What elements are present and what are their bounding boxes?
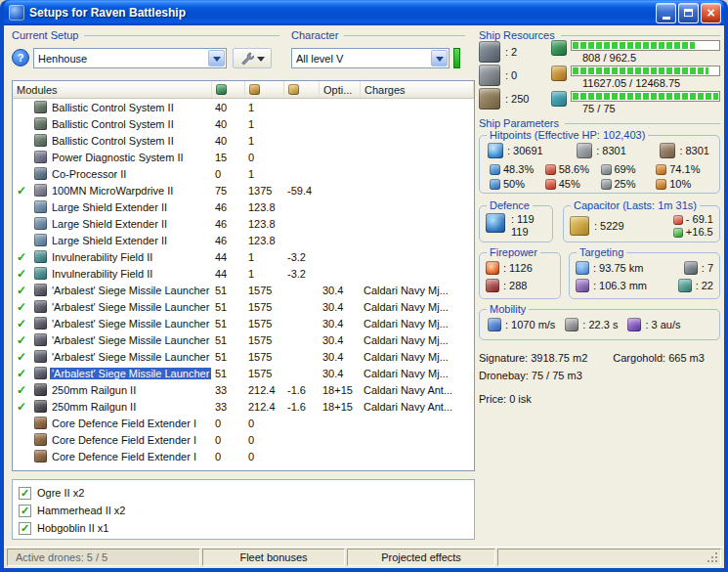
hull-hp: : 8301 [660,143,709,158]
resistances: 48.3% 58.6% 69% 74.1% 50% 45% 25% 10% [480,158,719,190]
help-button[interactable]: ? [12,49,29,66]
module-row[interactable]: ✓100MN MicroWarpdrive II751375-59.4 [13,182,474,198]
module-opti-value: 30.4 [320,365,361,381]
setup-combobox[interactable]: Henhouse [33,48,227,68]
combo-arrow-icon[interactable] [431,50,448,66]
resist-em-icon [490,164,500,175]
projected-effects-tab[interactable]: Projected effects [347,549,495,566]
hull-icon [660,143,675,158]
module-row[interactable]: Core Defence Field Extender I00 [13,431,474,448]
module-opti-value: 30.4 [320,331,361,348]
cpu-column-icon [216,84,227,95]
column-capacitor[interactable] [284,81,320,98]
module-charge-value [361,248,474,265]
capacitor-drain: - 69.1 [673,214,713,225]
combo-arrow-icon[interactable] [208,50,225,66]
drone-bandwidth-text: 75 / 75 [571,103,720,114]
module-check-placeholder [13,198,30,215]
app-icon [9,5,24,21]
drone-row[interactable]: ✓Hobgoblin II x1 [19,519,468,537]
module-row[interactable]: ✓Invulnerability Field II441-3.2 [13,248,474,265]
module-row[interactable]: ✓'Arbalest' Siege Missile Launcher511575… [13,365,474,381]
price-line: Price: 0 isk [479,393,532,405]
targeting-group: Targeting : 93.75 km : 7 : 106.3 mm : 22 [569,252,720,299]
module-row[interactable]: ✓'Arbalest' Siege Missile Launcher511575… [13,298,474,315]
defence-value-1: : 119 [511,213,535,226]
column-powergrid[interactable] [245,81,284,98]
module-row[interactable]: ✓250mm Railgun II33212.4-1.618+15Caldari… [13,381,474,398]
module-name: 'Arbalest' Siege Missile Launcher [50,331,212,348]
maximize-button[interactable] [678,3,699,23]
statusbar: Active drones: 5 / 5 Fleet bonuses Proje… [4,547,724,568]
modules-table: Modules Opti... Charges Ballistic Contro… [12,80,475,471]
microwarpdrive-icon [34,184,47,197]
capacitor-title: Capacitor (Lasts: 1m 31s) [571,199,700,211]
module-row[interactable]: Ballistic Control System II401 [13,99,474,115]
drone-row[interactable]: ✓Ogre II x2 [19,484,468,502]
drone-checkbox[interactable]: ✓ [19,522,31,535]
drone-row[interactable]: ✓Hammerhead II x2 [19,502,468,519]
module-row[interactable]: Core Defence Field Extender I00 [13,448,474,464]
hitpoints-group: Hitpoints (Effective HP: 102,403) : 3069… [479,135,720,194]
invulnerability-field-icon [34,250,47,263]
module-row[interactable]: Ballistic Control System II401 [13,115,474,132]
resize-grip[interactable] [715,560,717,562]
fleet-bonuses-tab[interactable]: Fleet bonuses [202,549,345,566]
rig-icon [34,450,47,462]
module-cap-value [284,232,320,248]
minimize-button[interactable] [656,3,676,23]
module-row[interactable]: Power Diagnostic System II150 [13,149,474,165]
module-row[interactable]: ✓'Arbalest' Siege Missile Launcher511575… [13,315,474,331]
shield-em-value: 48.3% [503,163,534,175]
module-name: Invulnerability Field II [50,265,212,282]
module-row[interactable]: ✓'Arbalest' Siege Missile Launcher511575… [13,282,474,298]
module-row[interactable]: ✓'Arbalest' Siege Missile Launcher511575… [13,331,474,348]
column-optimal[interactable]: Opti... [320,81,361,98]
scan-resolution-value: : 106.3 mm [593,280,647,291]
module-opti-value [320,165,361,182]
titlebar[interactable]: Setups for Raven Battleship × [4,0,724,25]
cpu-resource: 808 / 962.5 [551,40,720,64]
module-check-placeholder [13,165,30,182]
ship-parameters-header: Ship Parameters [479,117,720,129]
module-row[interactable]: Co-Processor II01 [13,165,474,182]
module-cap-value: -59.4 [284,182,320,198]
module-cpu-value: 15 [212,149,245,165]
drones-panel: ✓Ogre II x2✓Hammerhead II x2✓Hobgoblin I… [12,479,475,540]
module-cap-value [284,365,320,381]
speed-icon [488,318,501,331]
module-cap-value [284,431,320,448]
module-name: Large Shield Extender II [50,198,212,215]
column-modules[interactable]: Modules [13,81,212,98]
defence-title: Defence [487,199,533,211]
module-row[interactable]: Core Defence Field Extender I00 [13,415,474,431]
module-row[interactable]: ✓250mm Railgun II33212.4-1.618+15Caldari… [13,398,474,415]
module-row[interactable]: Large Shield Extender II46123.8 [13,232,474,248]
module-row[interactable]: Large Shield Extender II46123.8 [13,215,474,232]
module-check-placeholder [13,215,30,232]
module-pg-value: 1 [245,248,284,265]
character-combobox[interactable]: All level V [291,48,450,68]
column-cpu[interactable] [212,81,245,98]
column-charges[interactable]: Charges [361,81,474,98]
module-cap-value [284,448,320,464]
close-button[interactable]: × [701,3,721,23]
module-charge-value: Caldari Navy Mj... [361,365,474,381]
module-row[interactable]: ✓Invulnerability Field II441-3.2 [13,265,474,282]
character-combobox-value: All level V [292,53,430,65]
turret-hardpoints-value: : 2 [505,46,517,58]
rig-icon [34,417,47,429]
module-row[interactable]: ✓'Arbalest' Siege Missile Launcher511575… [13,348,474,365]
module-name: Core Defence Field Extender I [50,448,212,464]
module-row[interactable]: Large Shield Extender II46123.8 [13,198,474,215]
drone-checkbox[interactable]: ✓ [19,505,31,517]
maximize-icon [684,9,693,17]
module-name: Ballistic Control System II [50,132,212,149]
module-check-placeholder [13,431,30,448]
module-row[interactable]: Ballistic Control System II401 [13,132,474,149]
module-cap-value [284,415,320,431]
drone-checkbox[interactable]: ✓ [19,487,31,500]
setup-tools-button[interactable] [233,48,272,68]
resist-thermal-icon [545,179,556,190]
targeting-title: Targeting [577,246,626,258]
